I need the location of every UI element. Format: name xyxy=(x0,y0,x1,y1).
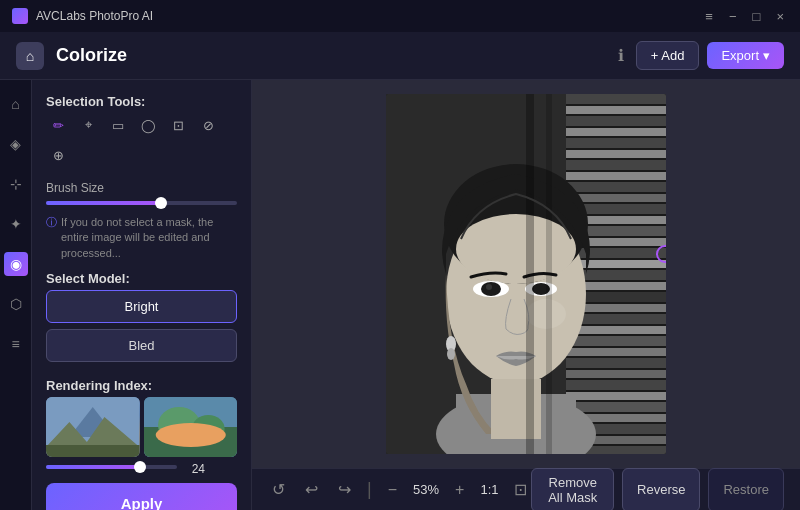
svg-rect-17 xyxy=(566,172,666,180)
svg-point-56 xyxy=(447,348,455,360)
rendering-index-slider[interactable] xyxy=(46,465,177,469)
tool-magic-select[interactable]: ⊘ xyxy=(196,113,220,137)
selection-tools-label: Selection Tools: xyxy=(46,94,237,109)
selection-tools-row: ✏ ⌖ ▭ ◯ ⊡ ⊘ ⊕ xyxy=(46,113,237,167)
brush-slider-thumb[interactable] xyxy=(155,197,167,209)
svg-rect-10 xyxy=(566,94,666,104)
tool-ellipse-select[interactable]: ◯ xyxy=(136,113,160,137)
apply-button[interactable]: Apply xyxy=(46,483,237,510)
svg-rect-18 xyxy=(566,182,666,192)
tool-lasso[interactable]: ⌖ xyxy=(76,113,100,137)
svg-rect-15 xyxy=(566,150,666,158)
left-panel: Selection Tools: ✏ ⌖ ▭ ◯ ⊡ ⊘ ⊕ Brush Siz… xyxy=(32,80,252,510)
svg-rect-36 xyxy=(566,380,666,390)
rotate-left-btn[interactable]: ↺ xyxy=(268,476,289,503)
select-model-label: Select Model: xyxy=(46,271,237,286)
info-text: ⓘ If you do not select a mask, the entir… xyxy=(46,215,237,261)
export-chevron: ▾ xyxy=(763,48,770,63)
canvas-content[interactable] xyxy=(252,80,800,468)
svg-rect-37 xyxy=(566,392,666,400)
restore-button[interactable]: Restore xyxy=(708,468,784,511)
rendering-index-section: Rendering Index: xyxy=(46,378,237,473)
toolbar-controls-left: ↺ ↩ ↪ | − 53% + 1:1 ⊡ xyxy=(268,476,531,503)
thumbnail-forest xyxy=(144,397,238,457)
maximize-btn[interactable]: □ xyxy=(749,7,765,26)
svg-rect-35 xyxy=(566,370,666,378)
brush-size-section: Brush Size xyxy=(46,177,237,205)
svg-rect-11 xyxy=(566,106,666,114)
thumbnail-mountain xyxy=(46,397,140,457)
model-bled-button[interactable]: Bled xyxy=(46,329,237,362)
add-button[interactable]: + Add xyxy=(636,41,700,70)
fit-screen-btn[interactable]: ⊡ xyxy=(510,476,531,503)
header-actions: + Add Export ▾ xyxy=(636,41,784,70)
export-label: Export xyxy=(721,48,759,63)
selection-tools-section: Selection Tools: ✏ ⌖ ▭ ◯ ⊡ ⊘ ⊕ xyxy=(46,94,237,167)
main-layout: ⌂ ◈ ⊹ ✦ ◉ ⬡ ≡ Selection Tools: ✏ ⌖ ▭ ◯ ⊡… xyxy=(0,80,800,510)
sidebar-item-face[interactable]: ◉ xyxy=(4,252,28,276)
svg-point-8 xyxy=(155,423,225,447)
sidebar-icons: ⌂ ◈ ⊹ ✦ ◉ ⬡ ≡ xyxy=(0,80,32,510)
home-icon[interactable]: ⌂ xyxy=(16,42,44,70)
tool-wand[interactable]: ⊕ xyxy=(46,143,70,167)
svg-rect-14 xyxy=(566,138,666,148)
minimize-btn[interactable]: − xyxy=(725,7,741,26)
title-bar-title: AVCLabs PhotoPro AI xyxy=(36,9,701,23)
select-model-section: Select Model: Bright Bled xyxy=(46,271,237,368)
title-bar-controls: ≡ − □ × xyxy=(701,7,788,26)
rendering-index-label: Rendering Index: xyxy=(46,378,237,393)
undo-btn[interactable]: ↩ xyxy=(301,476,322,503)
menu-icon[interactable]: ≡ xyxy=(701,7,717,26)
svg-point-51 xyxy=(486,284,492,290)
separator: | xyxy=(367,479,372,500)
info-circle-icon: ⓘ xyxy=(46,215,57,261)
rendering-value: 24 xyxy=(192,462,205,476)
title-bar: AVCLabs PhotoPro AI ≡ − □ × xyxy=(0,0,800,32)
brush-size-slider[interactable] xyxy=(46,201,237,205)
app-icon xyxy=(12,8,28,24)
zoom-in-btn[interactable]: + xyxy=(451,477,468,503)
rendering-slider-fill xyxy=(46,465,140,469)
header: ⌂ Colorize ℹ + Add Export ▾ xyxy=(0,32,800,80)
svg-rect-13 xyxy=(566,128,666,136)
zoom-level: 53% xyxy=(413,482,439,497)
model-bright-button[interactable]: Bright xyxy=(46,290,237,323)
rendering-index-row: 24 xyxy=(46,465,205,473)
bottom-toolbar: ↺ ↩ ↪ | − 53% + 1:1 ⊡ Remove All Mask Re… xyxy=(252,468,800,510)
remove-all-mask-button[interactable]: Remove All Mask xyxy=(531,468,614,511)
export-button[interactable]: Export ▾ xyxy=(707,42,784,69)
svg-rect-59 xyxy=(546,94,552,454)
brush-size-label: Brush Size xyxy=(46,181,104,195)
sidebar-item-brush[interactable]: ✦ xyxy=(4,212,28,236)
brush-slider-fill xyxy=(46,201,161,205)
svg-rect-12 xyxy=(566,116,666,126)
svg-rect-34 xyxy=(566,358,666,368)
reverse-button[interactable]: Reverse xyxy=(622,468,700,511)
info-icon[interactable]: ℹ xyxy=(618,46,624,65)
sidebar-item-settings[interactable]: ≡ xyxy=(4,332,28,356)
svg-point-48 xyxy=(456,214,576,284)
toolbar-controls-right: Remove All Mask Reverse Restore xyxy=(531,468,784,511)
sidebar-item-layers[interactable]: ◈ xyxy=(4,132,28,156)
zoom-out-btn[interactable]: − xyxy=(384,477,401,503)
info-content: If you do not select a mask, the entire … xyxy=(61,215,237,261)
rendering-thumbnails xyxy=(46,397,237,457)
svg-rect-3 xyxy=(46,445,140,457)
photo-bw xyxy=(386,94,666,454)
svg-rect-58 xyxy=(526,94,534,454)
photo-container xyxy=(386,94,666,454)
sidebar-item-effects[interactable]: ⬡ xyxy=(4,292,28,316)
close-btn[interactable]: × xyxy=(772,7,788,26)
svg-rect-33 xyxy=(566,348,666,356)
sidebar-item-home[interactable]: ⌂ xyxy=(4,92,28,116)
svg-rect-38 xyxy=(566,402,666,412)
sidebar-item-select[interactable]: ⊹ xyxy=(4,172,28,196)
tool-rect-select[interactable]: ▭ xyxy=(106,113,130,137)
rendering-slider-thumb[interactable] xyxy=(134,461,146,473)
ratio-label[interactable]: 1:1 xyxy=(480,482,498,497)
canvas-area: ↺ ↩ ↪ | − 53% + 1:1 ⊡ Remove All Mask Re… xyxy=(252,80,800,510)
redo-btn[interactable]: ↪ xyxy=(334,476,355,503)
tool-image-select[interactable]: ⊡ xyxy=(166,113,190,137)
tool-pen[interactable]: ✏ xyxy=(46,113,70,137)
page-title: Colorize xyxy=(56,45,618,66)
